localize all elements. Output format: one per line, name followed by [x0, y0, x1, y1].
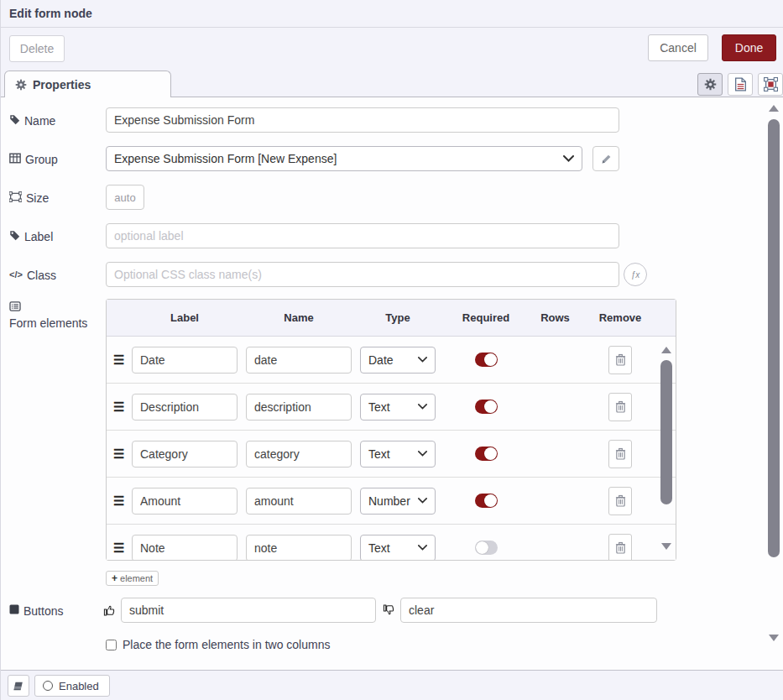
- element-label-input[interactable]: [132, 394, 238, 421]
- element-type-select[interactable]: Text: [360, 535, 436, 561]
- scroll-down-arrow[interactable]: [769, 635, 779, 641]
- column-header-rows: Rows: [519, 311, 591, 324]
- element-type-select[interactable]: Date: [360, 347, 436, 374]
- scroll-up-arrow[interactable]: [769, 105, 779, 112]
- square-icon: [9, 604, 19, 614]
- form-elements-table-header: Label Name Type Required Rows Remove: [107, 300, 676, 337]
- chevron-down-icon: [418, 357, 427, 363]
- gear-icon: [704, 78, 717, 91]
- dialog-footer: Enabled: [1, 670, 783, 700]
- delete-button[interactable]: Delete: [9, 35, 65, 62]
- table-icon: [9, 153, 21, 164]
- enabled-toggle-button[interactable]: Enabled: [34, 675, 110, 697]
- name-input[interactable]: [106, 107, 619, 133]
- properties-gear-button[interactable]: [697, 73, 723, 96]
- size-button[interactable]: auto: [106, 185, 144, 210]
- remove-element-button[interactable]: [608, 487, 632, 515]
- list-alt-icon: [9, 301, 21, 311]
- elements-scrollbar[interactable]: [660, 337, 673, 560]
- drag-handle-icon[interactable]: ☰: [113, 353, 132, 368]
- chevron-down-icon: [418, 404, 427, 410]
- tab-icon-buttons: [697, 73, 783, 96]
- required-toggle[interactable]: [475, 400, 498, 414]
- label-field-label: Label: [9, 229, 100, 245]
- element-name-input[interactable]: [246, 441, 352, 468]
- chevron-down-icon: [418, 498, 427, 504]
- remove-element-button[interactable]: [608, 393, 632, 421]
- chevron-down-icon: [418, 545, 427, 551]
- element-name-input[interactable]: [246, 535, 352, 561]
- class-field-label: </> Class: [9, 268, 100, 284]
- buttons-field-label: Buttons: [9, 603, 100, 619]
- class-helper-button[interactable]: ƒx: [624, 263, 647, 286]
- pencil-icon: [601, 154, 612, 165]
- scroll-up-arrow[interactable]: [661, 347, 671, 353]
- element-row-category: ☰ Text: [107, 431, 676, 478]
- element-row-date: ☰ Date: [107, 337, 676, 384]
- dialog-scrollbar[interactable]: [767, 101, 780, 658]
- element-type-select[interactable]: Number: [360, 488, 436, 515]
- gear-icon: [15, 79, 27, 91]
- required-toggle[interactable]: [475, 541, 498, 555]
- plus-icon: +: [112, 572, 117, 584]
- cancel-button[interactable]: Cancel: [648, 34, 708, 61]
- appearance-icon: [764, 77, 778, 91]
- drag-handle-icon[interactable]: ☰: [113, 400, 132, 415]
- docs-button[interactable]: [8, 675, 29, 697]
- add-element-button[interactable]: + element: [106, 571, 159, 586]
- tag-icon: [9, 230, 20, 241]
- submit-button-label-input[interactable]: [121, 598, 376, 623]
- element-label-input[interactable]: [132, 535, 238, 561]
- drag-handle-icon[interactable]: ☰: [113, 447, 132, 462]
- form-elements-table: Label Name Type Required Rows Remove ☰ D…: [106, 299, 676, 561]
- element-row-description: ☰ Text: [107, 384, 676, 431]
- enabled-label: Enabled: [59, 680, 99, 692]
- element-name-input[interactable]: [246, 394, 352, 421]
- chevron-down-icon: [563, 155, 574, 162]
- fx-icon: ƒx: [631, 270, 640, 279]
- element-row-amount: ☰ Number: [107, 478, 676, 525]
- element-name-input[interactable]: [246, 488, 352, 515]
- scroll-thumb[interactable]: [660, 360, 672, 504]
- required-toggle[interactable]: [475, 494, 498, 508]
- properties-panel: Name Group Expense Submission Form [New …: [1, 97, 783, 670]
- dialog-toolbar: Delete Cancel Done: [1, 28, 783, 71]
- remove-element-button[interactable]: [608, 346, 632, 374]
- class-input[interactable]: [106, 262, 619, 287]
- two-columns-checkbox[interactable]: [106, 640, 117, 650]
- remove-element-button[interactable]: [608, 534, 632, 561]
- object-group-icon: [9, 191, 22, 202]
- document-icon: [734, 77, 747, 91]
- scroll-thumb[interactable]: [768, 119, 780, 557]
- remove-element-button[interactable]: [608, 440, 632, 468]
- scroll-down-arrow[interactable]: [661, 543, 671, 550]
- drag-handle-icon[interactable]: ☰: [113, 494, 132, 509]
- enabled-circle-icon: [43, 681, 53, 691]
- element-type-select[interactable]: Text: [360, 441, 436, 468]
- required-toggle[interactable]: [475, 447, 498, 461]
- column-header-type: Type: [360, 311, 436, 324]
- label-input[interactable]: [106, 223, 619, 248]
- element-type-select[interactable]: Text: [360, 394, 436, 421]
- edit-group-button[interactable]: [592, 146, 619, 171]
- two-columns-label: Place the form elements in two columns: [123, 638, 330, 651]
- element-name-input[interactable]: [246, 347, 352, 374]
- appearance-button[interactable]: [758, 73, 783, 96]
- group-select[interactable]: Expense Submission Form [New Expense]: [106, 146, 582, 171]
- element-label-input[interactable]: [132, 488, 238, 515]
- column-header-remove: Remove: [591, 311, 650, 324]
- group-field-label: Group: [9, 152, 100, 168]
- tab-properties[interactable]: Properties: [4, 71, 171, 97]
- done-button[interactable]: Done: [722, 34, 776, 61]
- description-doc-button[interactable]: [728, 73, 753, 96]
- element-label-input[interactable]: [132, 347, 238, 374]
- clear-button-label-input[interactable]: [400, 598, 657, 623]
- two-columns-option: Place the form elements in two columns: [106, 638, 330, 651]
- trash-icon: [615, 541, 626, 554]
- tab-properties-label: Properties: [33, 78, 91, 91]
- element-label-input[interactable]: [132, 441, 238, 468]
- required-toggle[interactable]: [475, 353, 498, 367]
- tab-bar: Properties: [1, 71, 783, 97]
- drag-handle-icon[interactable]: ☰: [113, 541, 132, 556]
- thumbs-down-icon: [383, 603, 395, 617]
